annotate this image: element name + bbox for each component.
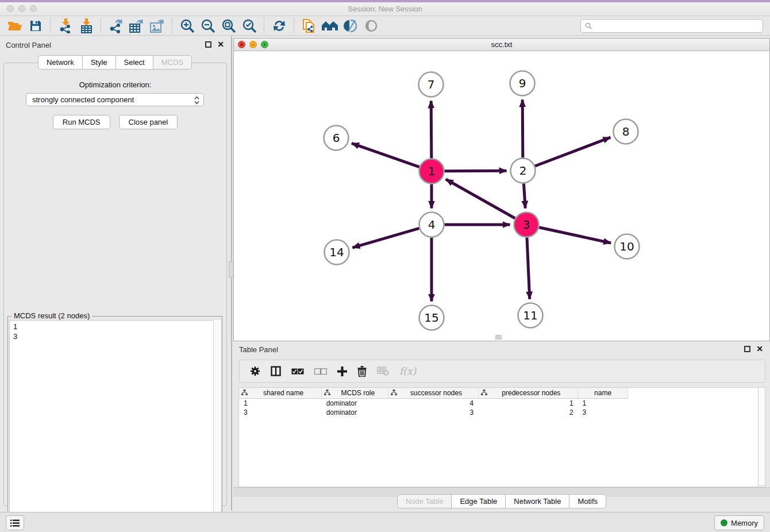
mcds-result-title: MCDS result (2 nodes) <box>11 311 92 320</box>
svg-text:4: 4 <box>428 218 436 232</box>
network-graph[interactable]: 7968124314101511 <box>234 51 769 341</box>
function-builder-icon[interactable]: f(x) <box>399 365 416 377</box>
select-all-icon[interactable] <box>291 368 304 375</box>
cell-shared-name[interactable]: 3 <box>239 408 322 417</box>
table-row[interactable]: 3dominator323 <box>239 408 765 417</box>
float-table-panel-icon[interactable] <box>744 346 750 352</box>
edge-3-11[interactable] <box>527 237 530 299</box>
column-header-name[interactable]: name <box>578 388 628 399</box>
edge-1-2[interactable] <box>444 171 506 171</box>
svg-text:7: 7 <box>428 78 435 91</box>
network-canvas[interactable]: 7968124314101511 <box>234 51 769 341</box>
mcds-result-list[interactable]: 1 3 <box>9 320 221 529</box>
cell-successor-nodes[interactable]: 4 <box>388 399 478 408</box>
tab-select[interactable]: Select <box>116 55 153 70</box>
gear-icon[interactable] <box>250 366 260 376</box>
edge-1-6[interactable] <box>352 143 419 167</box>
zoom-selected-icon[interactable] <box>239 18 260 34</box>
column-header-successor-nodes[interactable]: successor nodes <box>388 388 478 399</box>
deselect-all-icon[interactable] <box>314 368 327 375</box>
edge-2-3[interactable] <box>523 183 525 208</box>
zoom-fit-icon[interactable] <box>218 18 239 34</box>
edge-2-9[interactable] <box>522 99 523 157</box>
import-table-icon[interactable] <box>76 18 97 34</box>
column-header-MCDS-role[interactable]: MCDS role <box>322 388 388 399</box>
cell-successor-nodes[interactable]: 3 <box>388 408 478 417</box>
cell-shared-name[interactable]: 1 <box>239 399 322 408</box>
graph-node-11[interactable]: 11 <box>518 303 543 328</box>
close-panel-icon[interactable]: ✕ <box>217 41 224 48</box>
memory-button[interactable]: Memory <box>714 515 764 530</box>
run-mcds-button[interactable]: Run MCDS <box>53 115 110 129</box>
canvas-hscroll-handle[interactable] <box>495 335 502 340</box>
control-panel-tabs: NetworkStyleSelectMCDS <box>38 55 192 70</box>
cell-name[interactable]: 1 <box>578 399 628 408</box>
graph-node-8[interactable]: 8 <box>614 119 638 144</box>
close-panel-button[interactable]: Close panel <box>119 115 178 129</box>
apply-style-icon[interactable] <box>340 18 361 34</box>
open-file-icon[interactable] <box>5 18 25 34</box>
control-panel: Control Panel ✕ NetworkStyleSelectMCDS O… <box>0 36 230 510</box>
cell-name[interactable]: 3 <box>578 408 628 417</box>
column-header-predecessor-nodes[interactable]: predecessor nodes <box>478 388 578 399</box>
edge-3-10[interactable] <box>539 228 611 243</box>
edge-4-14[interactable] <box>352 228 419 248</box>
graph-node-15[interactable]: 15 <box>419 306 444 330</box>
zoom-out-icon[interactable] <box>198 18 218 34</box>
column-header-filler <box>628 388 765 399</box>
graph-node-3[interactable]: 3 <box>514 213 539 237</box>
split-view-icon[interactable] <box>271 366 281 376</box>
import-network-icon[interactable] <box>55 18 76 34</box>
search-input[interactable] <box>580 19 763 33</box>
delete-icon[interactable] <box>357 366 367 377</box>
graph-node-14[interactable]: 14 <box>325 240 349 265</box>
edge-2-8[interactable] <box>535 137 610 166</box>
edge-3-1[interactable] <box>446 179 515 218</box>
graph-node-7[interactable]: 7 <box>419 72 444 97</box>
tab-network[interactable]: Network <box>38 55 82 70</box>
graph-node-2[interactable]: 2 <box>511 159 536 183</box>
node-table-grid[interactable]: shared nameMCDS rolesuccessor nodesprede… <box>239 388 765 417</box>
delete-table-icon[interactable] <box>377 367 389 376</box>
export-image-icon[interactable] <box>147 18 168 34</box>
svg-text:14: 14 <box>329 245 344 259</box>
table-tab-edge-table[interactable]: Edge Table <box>451 494 505 508</box>
export-network-icon[interactable] <box>106 18 126 34</box>
column-header-shared-name[interactable]: shared name <box>239 388 322 399</box>
close-table-panel-icon[interactable]: ✕ <box>756 346 763 352</box>
graph-node-10[interactable]: 10 <box>615 234 640 259</box>
cell-MCDS-role[interactable]: dominator <box>322 408 388 417</box>
save-session-icon[interactable] <box>25 18 46 34</box>
add-column-icon[interactable] <box>337 367 347 376</box>
table-tab-node-table[interactable]: Node Table <box>397 494 452 508</box>
tab-mcds[interactable]: MCDS <box>153 55 192 70</box>
table-tab-motifs[interactable]: Motifs <box>569 494 606 508</box>
cell-MCDS-role[interactable]: dominator <box>322 399 388 408</box>
graph-node-4[interactable]: 4 <box>419 213 444 237</box>
table-toolbar: f(x) <box>239 360 765 383</box>
apply-layout-icon[interactable] <box>269 18 290 34</box>
graph-node-9[interactable]: 9 <box>510 71 535 96</box>
application-window: Session: New Session <box>0 0 770 532</box>
cell-predecessor-nodes[interactable]: 1 <box>478 399 578 408</box>
result-scrollbar[interactable] <box>213 320 221 529</box>
table-tab-network-table[interactable]: Network Table <box>505 494 569 508</box>
zoom-in-icon[interactable] <box>177 18 198 34</box>
table-scrollbar[interactable] <box>758 387 765 486</box>
hide-faces-icon[interactable] <box>361 18 382 34</box>
edge-1-7[interactable] <box>431 101 432 158</box>
graph-node-1[interactable]: 1 <box>419 159 444 184</box>
table-row[interactable]: 1dominator411 <box>239 399 765 408</box>
float-panel-icon[interactable] <box>205 41 211 48</box>
task-history-button[interactable] <box>6 515 24 530</box>
titlebar: Session: New Session <box>0 2 770 16</box>
clone-network-icon[interactable] <box>299 18 319 34</box>
criterion-select[interactable]: strongly connected component <box>26 93 204 106</box>
graph-node-6[interactable]: 6 <box>324 126 349 151</box>
tab-style[interactable]: Style <box>82 55 116 70</box>
export-table-icon[interactable] <box>126 18 147 34</box>
main-toolbar <box>0 16 770 36</box>
cell-predecessor-nodes[interactable]: 2 <box>478 408 578 417</box>
network-title: scc.txt <box>234 40 769 49</box>
show-all-faces-icon[interactable] <box>319 18 340 34</box>
